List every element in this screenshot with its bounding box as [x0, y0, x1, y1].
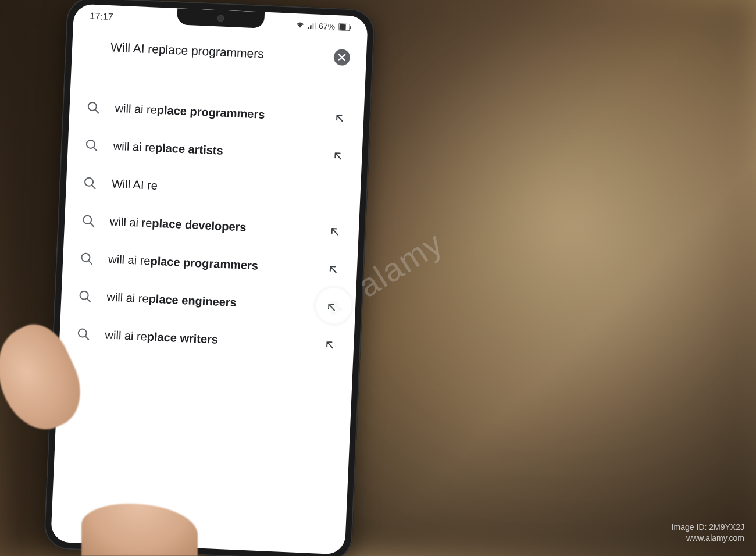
svg-rect-5 [339, 24, 345, 30]
wifi-icon [295, 22, 305, 29]
svg-rect-2 [312, 23, 314, 29]
fill-query-arrow-icon[interactable] [323, 338, 337, 351]
svg-rect-6 [350, 26, 351, 29]
fill-query-arrow-icon[interactable] [328, 224, 341, 238]
close-icon [338, 53, 347, 62]
phone-device: 17:17 67% will ai replace programmerswil… [44, 0, 376, 556]
fill-query-arrow-icon[interactable] [331, 149, 345, 162]
search-icon [80, 252, 94, 265]
watermark-corner: Image ID: 2M9YX2J www.alamy.com [672, 522, 744, 544]
fill-query-arrow-icon[interactable] [333, 112, 347, 125]
status-time: 17:17 [90, 11, 113, 23]
suggestion-text: will ai replace artists [113, 140, 317, 162]
watermark-id: Image ID: 2M9YX2J [672, 522, 744, 533]
battery-percentage: 67% [319, 22, 336, 31]
svg-line-12 [92, 185, 95, 188]
svg-rect-0 [308, 27, 309, 29]
status-indicators: 67% [295, 20, 352, 32]
battery-icon [338, 23, 352, 31]
svg-line-8 [95, 109, 98, 113]
svg-line-14 [90, 222, 94, 226]
search-icon [77, 327, 90, 341]
signal-icon [307, 22, 317, 30]
fill-query-arrow-icon[interactable] [326, 262, 340, 276]
svg-rect-1 [310, 25, 312, 29]
search-icon [87, 101, 100, 114]
search-input[interactable] [110, 37, 327, 67]
watermark-url: www.alamy.com [672, 533, 744, 544]
phone-frame: 17:17 67% will ai replace programmerswil… [44, 0, 376, 556]
search-icon [79, 290, 92, 303]
svg-line-18 [87, 298, 90, 301]
svg-line-10 [93, 147, 97, 151]
suggestion-text: will ai replace developers [110, 215, 314, 237]
svg-line-16 [88, 260, 92, 263]
svg-line-20 [85, 336, 88, 339]
suggestion-text: will ai replace engineers [106, 290, 311, 312]
suggestion-text: will ai replace programmers [115, 102, 319, 124]
clear-search-button[interactable] [333, 49, 350, 66]
search-icon [85, 138, 98, 152]
search-icon [84, 176, 97, 190]
svg-rect-3 [315, 22, 316, 29]
suggestion-text: Will AI re [111, 177, 343, 201]
suggestion-text: will ai replace writers [105, 328, 309, 350]
search-icon [82, 214, 95, 227]
phone-screen: 17:17 67% will ai replace programmerswil… [51, 3, 368, 554]
suggestion-text: will ai replace programmers [108, 252, 312, 275]
